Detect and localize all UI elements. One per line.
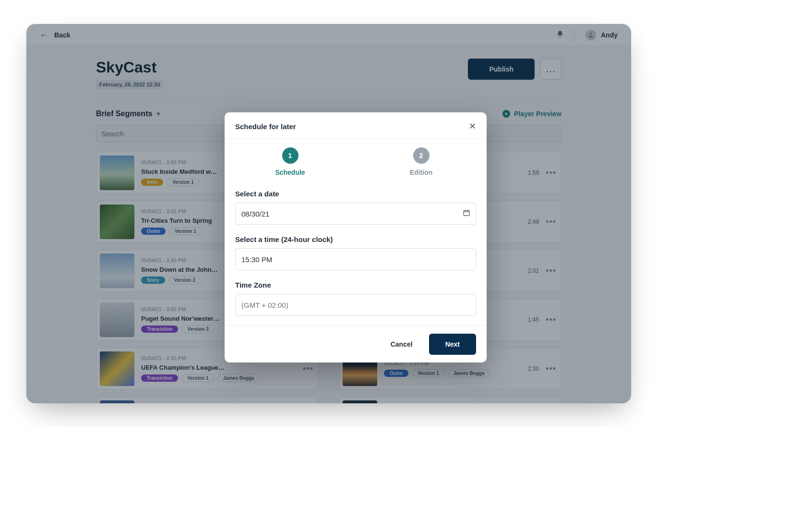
modal-header: Schedule for later ✕ — [225, 112, 487, 139]
timezone-input[interactable] — [235, 294, 476, 316]
date-label: Select a date — [235, 190, 476, 198]
time-input[interactable] — [235, 248, 476, 270]
cancel-button[interactable]: Cancel — [388, 336, 416, 353]
modal-steps: 1 Schedule 2 Edition — [225, 139, 487, 184]
field-time: Select a time (24-hour clock) — [235, 235, 476, 270]
step-label: Edition — [410, 169, 432, 176]
time-label: Select a time (24-hour clock) — [235, 235, 476, 243]
step-edition[interactable]: 2 Edition — [356, 147, 487, 176]
app-window: ← Back Andy SkyCast February, 28, 2022 1… — [26, 24, 631, 403]
timezone-label: Time Zone — [235, 281, 476, 289]
step-schedule[interactable]: 1 Schedule — [225, 147, 356, 176]
modal-footer: Cancel Next — [225, 326, 487, 362]
schedule-modal: Schedule for later ✕ 1 Schedule 2 Editio… — [225, 112, 487, 362]
field-date: Select a date — [235, 190, 476, 225]
step-label: Schedule — [275, 169, 305, 176]
date-input[interactable] — [235, 203, 476, 225]
step-number: 2 — [413, 147, 430, 164]
close-button[interactable]: ✕ — [469, 121, 476, 132]
field-timezone: Time Zone — [235, 281, 476, 316]
next-button[interactable]: Next — [429, 334, 476, 355]
modal-title: Schedule for later — [235, 122, 296, 131]
modal-body: Select a date Select a time (24-hour clo… — [225, 184, 487, 326]
step-number: 1 — [282, 147, 299, 164]
